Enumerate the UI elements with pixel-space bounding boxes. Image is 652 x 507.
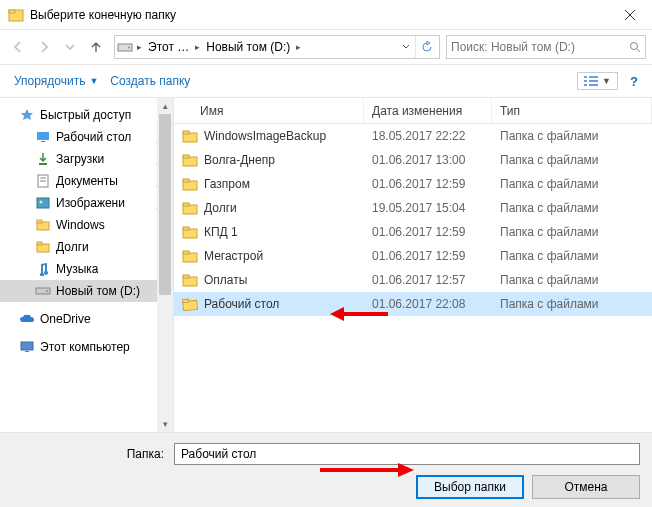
file-row[interactable]: WindowsImageBackup18.05.2017 22:22Папка … [174, 124, 652, 148]
folder-icon [182, 249, 198, 263]
file-name: WindowsImageBackup [204, 129, 326, 143]
title-bar: Выберите конечную папку [0, 0, 652, 30]
drive-icon [34, 283, 52, 299]
file-date: 01.06.2017 13:00 [364, 153, 492, 167]
col-type[interactable]: Тип [492, 98, 652, 123]
file-row[interactable]: Оплаты01.06.2017 12:57Папка с файлами [174, 268, 652, 292]
svg-rect-39 [183, 227, 189, 230]
breadcrumb-pc[interactable]: Этот … [144, 36, 193, 58]
file-date: 01.06.2017 22:08 [364, 297, 492, 311]
back-button[interactable] [6, 35, 30, 59]
search-input[interactable]: Поиск: Новый том (D:) [446, 35, 646, 59]
address-bar[interactable]: ▸ Этот … ▸ Новый том (D:) ▸ [114, 35, 440, 59]
sidebar-item-7[interactable]: Новый том (D:) [0, 280, 173, 302]
quick-access[interactable]: Быстрый доступ [0, 104, 173, 126]
file-date: 19.05.2017 15:04 [364, 201, 492, 215]
music-icon [34, 261, 52, 277]
sidebar-scrollbar[interactable]: ▴ ▾ [157, 98, 173, 432]
file-name: Газпром [204, 177, 250, 191]
select-folder-button[interactable]: Выбор папки [416, 475, 524, 499]
svg-rect-25 [37, 242, 42, 245]
sidebar-item-0[interactable]: Рабочий стол📌 [0, 126, 173, 148]
file-row[interactable]: Рабочий стол01.06.2017 22:08Папка с файл… [174, 292, 652, 316]
file-row[interactable]: Долги19.05.2017 15:04Папка с файлами [174, 196, 652, 220]
close-button[interactable] [607, 0, 652, 30]
file-name: Оплаты [204, 273, 247, 287]
file-date: 18.05.2017 22:22 [364, 129, 492, 143]
app-icon [8, 7, 24, 23]
file-date: 01.06.2017 12:59 [364, 249, 492, 263]
folder-input[interactable] [174, 443, 640, 465]
this-pc[interactable]: Этот компьютер [0, 336, 173, 358]
file-row[interactable]: Волга-Днепр01.06.2017 13:00Папка с файла… [174, 148, 652, 172]
scroll-thumb[interactable] [159, 114, 171, 295]
svg-rect-12 [584, 84, 587, 86]
sidebar: Быстрый доступ Рабочий стол📌Загрузки📌Док… [0, 98, 174, 432]
onedrive[interactable]: OneDrive [0, 308, 173, 330]
chevron-right-icon: ▸ [135, 42, 144, 52]
sidebar-item-5[interactable]: Долги [0, 236, 173, 258]
new-folder-button[interactable]: Создать папку [104, 70, 196, 92]
svg-rect-29 [25, 351, 29, 352]
scroll-up-icon[interactable]: ▴ [157, 98, 173, 114]
file-date: 01.06.2017 12:59 [364, 225, 492, 239]
search-placeholder: Поиск: Новый том (D:) [451, 40, 629, 54]
svg-rect-8 [584, 76, 587, 78]
breadcrumb-drive[interactable]: Новый том (D:) [202, 36, 294, 58]
view-icon [584, 75, 598, 87]
svg-rect-20 [37, 198, 49, 208]
file-row[interactable]: Мегастрой01.06.2017 12:59Папка с файлами [174, 244, 652, 268]
svg-rect-1 [9, 10, 15, 13]
svg-point-21 [40, 201, 43, 204]
svg-rect-43 [183, 275, 189, 278]
col-name[interactable]: Имя [174, 98, 364, 123]
file-type: Папка с файлами [492, 297, 652, 311]
nav-bar: ▸ Этот … ▸ Новый том (D:) ▸ Поиск: Новый… [0, 30, 652, 64]
forward-button[interactable] [32, 35, 56, 59]
recent-button[interactable] [58, 35, 82, 59]
help-button[interactable]: ? [624, 74, 644, 89]
file-date: 01.06.2017 12:57 [364, 273, 492, 287]
file-name: Волга-Днепр [204, 153, 275, 167]
view-options-button[interactable]: ▼ [577, 72, 618, 90]
sidebar-item-6[interactable]: Музыка [0, 258, 173, 280]
svg-rect-9 [589, 76, 598, 78]
folder-icon [182, 153, 198, 167]
organize-button[interactable]: Упорядочить▼ [8, 70, 104, 92]
chevron-right-icon: ▸ [193, 42, 202, 52]
file-type: Папка с файлами [492, 249, 652, 263]
sidebar-item-1[interactable]: Загрузки📌 [0, 148, 173, 170]
svg-rect-11 [589, 80, 598, 82]
svg-rect-15 [41, 141, 45, 142]
file-type: Папка с файлами [492, 129, 652, 143]
folder-icon [181, 297, 198, 311]
svg-line-7 [637, 49, 640, 52]
sidebar-item-3[interactable]: Изображени📌 [0, 192, 173, 214]
svg-point-27 [46, 290, 48, 292]
cancel-button[interactable]: Отмена [532, 475, 640, 499]
sidebar-item-2[interactable]: Документы📌 [0, 170, 173, 192]
address-dropdown[interactable] [397, 43, 415, 51]
window-title: Выберите конечную папку [30, 8, 607, 22]
folder-icon [182, 129, 198, 143]
file-name: Долги [204, 201, 237, 215]
file-name: КПД 1 [204, 225, 238, 239]
sidebar-item-4[interactable]: Windows [0, 214, 173, 236]
svg-point-6 [631, 43, 638, 50]
file-row[interactable]: КПД 101.06.2017 12:59Папка с файлами [174, 220, 652, 244]
file-type: Папка с файлами [492, 225, 652, 239]
svg-rect-23 [37, 220, 42, 223]
col-date[interactable]: Дата изменения [364, 98, 492, 123]
svg-rect-10 [584, 80, 587, 82]
star-icon [18, 107, 36, 123]
column-headers: Имя Дата изменения Тип [174, 98, 652, 124]
refresh-button[interactable] [415, 36, 437, 58]
up-button[interactable] [84, 35, 108, 59]
folder-icon [182, 225, 198, 239]
folder-label: Папка: [12, 447, 174, 461]
pc-icon [18, 339, 36, 355]
file-row[interactable]: Газпром01.06.2017 12:59Папка с файлами [174, 172, 652, 196]
scroll-down-icon[interactable]: ▾ [157, 416, 173, 432]
file-type: Папка с файлами [492, 153, 652, 167]
svg-rect-33 [183, 155, 189, 158]
